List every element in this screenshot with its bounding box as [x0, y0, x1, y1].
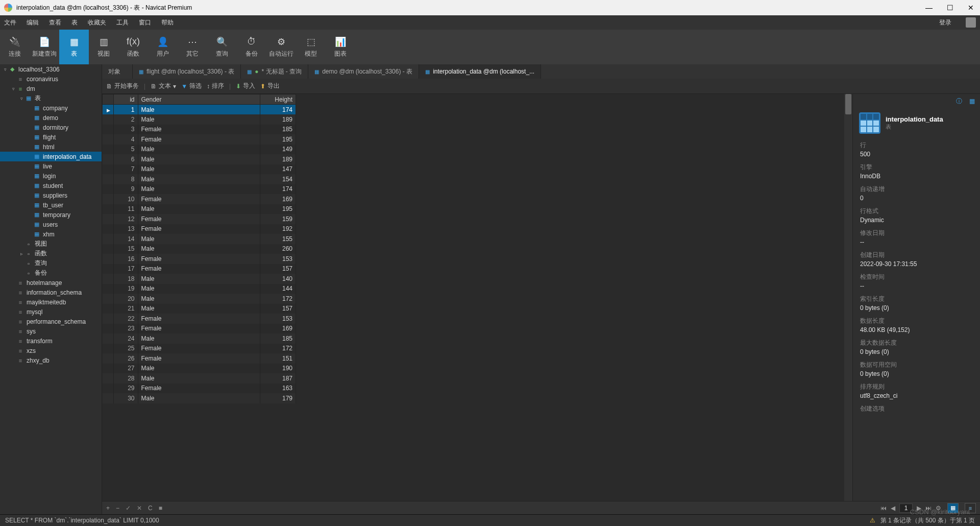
table-row[interactable]: 15Male260: [103, 244, 296, 254]
menu-edit[interactable]: 编辑: [27, 18, 39, 27]
tree-item-mysql[interactable]: ≡mysql: [0, 307, 102, 317]
toolbar-新建查询[interactable]: 📄新建查询: [30, 30, 59, 64]
table-row[interactable]: 14Male155: [103, 234, 296, 244]
table-row[interactable]: 21Male157: [103, 304, 296, 314]
close-button[interactable]: ✕: [968, 4, 974, 12]
table-row[interactable]: 23Female169: [103, 324, 296, 334]
tree-item-查询[interactable]: ▫查询: [0, 258, 102, 268]
text-button[interactable]: 🗎文本 ▾: [151, 82, 176, 90]
table-row[interactable]: 9Male174: [103, 184, 296, 195]
tree-item-student[interactable]: ▦student: [0, 181, 102, 190]
table-row[interactable]: 5Male149: [103, 145, 296, 155]
menu-window[interactable]: 窗口: [139, 18, 151, 27]
table-row[interactable]: 8Male154: [103, 174, 296, 184]
tree-item-flight[interactable]: ▦flight: [0, 132, 102, 142]
tree-item-login[interactable]: ▦login: [0, 171, 102, 181]
maximize-button[interactable]: ☐: [947, 4, 953, 12]
tree-item-dm[interactable]: ▿≡dm: [0, 84, 102, 93]
table-row[interactable]: 13Female192: [103, 224, 296, 234]
grid-icon[interactable]: ▦: [969, 98, 975, 105]
tree-item-tb_user[interactable]: ▦tb_user: [0, 200, 102, 210]
prev-page-button[interactable]: ◀: [891, 505, 895, 512]
table-row[interactable]: 22Female153: [103, 314, 296, 324]
table-row[interactable]: 30Male179: [103, 393, 296, 403]
sort-button[interactable]: ↕排序: [207, 82, 224, 90]
grid-view-button[interactable]: ▦: [947, 503, 959, 513]
tree-item-demo[interactable]: ▦demo: [0, 113, 102, 123]
tree-item-temporary[interactable]: ▦temporary: [0, 210, 102, 220]
form-view-button[interactable]: ≡: [965, 503, 976, 513]
menu-tools[interactable]: 工具: [116, 18, 129, 27]
table-row[interactable]: 26Female151: [103, 353, 296, 364]
table-row[interactable]: 1Male174: [103, 105, 296, 115]
toolbar-表[interactable]: ▦表: [59, 30, 89, 64]
begin-transaction-button[interactable]: 🗎开始事务: [106, 82, 139, 90]
column-header-id[interactable]: id: [113, 94, 138, 105]
data-grid[interactable]: id Gender Height 1Male1742Male1893Female…: [102, 94, 844, 501]
table-row[interactable]: 11Male195: [103, 204, 296, 214]
tab-interpolation_data @[interactable]: ▦interpolation_data @dm (localhost_...: [419, 64, 541, 79]
toolbar-视图[interactable]: ▥视图: [89, 30, 118, 64]
toolbar-查询[interactable]: 🔍查询: [207, 30, 237, 64]
export-button[interactable]: ⬆导出: [260, 82, 280, 90]
tree-item-xzs[interactable]: ≡xzs: [0, 346, 102, 355]
toolbar-连接[interactable]: 🔌连接: [0, 30, 30, 64]
delete-row-button[interactable]: −: [116, 505, 119, 512]
table-row[interactable]: 7Male147: [103, 164, 296, 175]
column-header-gender[interactable]: Gender: [138, 94, 260, 105]
toolbar-用户[interactable]: 👤用户: [148, 30, 178, 64]
settings-icon[interactable]: ⚙: [936, 505, 941, 512]
menu-favorites[interactable]: 收藏夹: [88, 18, 106, 27]
tree-item-interpolation_data[interactable]: ▦interpolation_data: [0, 152, 102, 161]
page-input[interactable]: [899, 504, 913, 513]
table-row[interactable]: 20Male172: [103, 294, 296, 304]
tree-item-information_schema[interactable]: ≡information_schema: [0, 288, 102, 297]
tree-item-html[interactable]: ▦html: [0, 142, 102, 152]
tree-item-company[interactable]: ▦company: [0, 103, 102, 113]
import-button[interactable]: ⬇导入: [236, 82, 255, 90]
tree-item-hotelmanage[interactable]: ≡hotelmanage: [0, 278, 102, 288]
table-row[interactable]: 25Female172: [103, 344, 296, 354]
filter-button[interactable]: ▼筛选: [181, 82, 202, 90]
table-row[interactable]: 27Male190: [103, 364, 296, 374]
table-row[interactable]: 2Male189: [103, 114, 296, 125]
avatar-icon[interactable]: [966, 17, 976, 28]
tree-item-performance_schema[interactable]: ≡performance_schema: [0, 317, 102, 326]
toolbar-图表[interactable]: 📊图表: [326, 30, 355, 64]
table-row[interactable]: 6Male189: [103, 154, 296, 164]
minimize-button[interactable]: —: [925, 4, 933, 12]
cancel-button[interactable]: ✕: [137, 505, 142, 512]
tree-item-live[interactable]: ▦live: [0, 161, 102, 171]
refresh-button[interactable]: C: [148, 505, 153, 512]
table-row[interactable]: 18Male140: [103, 274, 296, 284]
table-row[interactable]: 12Female159: [103, 214, 296, 224]
tree-item-mayiktmeitedb[interactable]: ≡mayiktmeitedb: [0, 297, 102, 307]
toolbar-自动运行[interactable]: ⚙自动运行: [266, 30, 296, 64]
tree-item-函数[interactable]: ▹▫函数: [0, 249, 102, 258]
table-row[interactable]: 17Female157: [103, 264, 296, 274]
table-row[interactable]: 28Male187: [103, 373, 296, 384]
next-page-button[interactable]: ▶: [917, 505, 921, 512]
first-page-button[interactable]: ⏮: [880, 505, 887, 512]
menu-view[interactable]: 查看: [49, 18, 61, 27]
column-header-height[interactable]: Height: [260, 94, 296, 105]
add-row-button[interactable]: +: [106, 505, 110, 512]
tab-对象[interactable]: 对象: [102, 64, 133, 79]
tree-item-suppliers[interactable]: ▦suppliers: [0, 190, 102, 200]
table-row[interactable]: 24Male185: [103, 333, 296, 344]
tree-item-xhm[interactable]: ▦xhm: [0, 229, 102, 239]
commit-button[interactable]: ✓: [126, 505, 131, 512]
tree-item-表[interactable]: ▿▦表: [0, 93, 102, 103]
connection-tree[interactable]: ▿◆localhost_3306≡coronavirus▿≡dm▿▦表▦comp…: [0, 64, 102, 514]
tree-item-dormitory[interactable]: ▦dormitory: [0, 123, 102, 132]
warning-icon[interactable]: ⚠: [870, 517, 875, 524]
toolbar-模型[interactable]: ⬚模型: [296, 30, 326, 64]
menu-file[interactable]: 文件: [4, 18, 16, 27]
table-row[interactable]: 4Female195: [103, 134, 296, 145]
table-row[interactable]: 19Male144: [103, 284, 296, 294]
tree-item-zhxy_db[interactable]: ≡zhxy_db: [0, 355, 102, 365]
menu-help[interactable]: 帮助: [161, 18, 174, 27]
toolbar-其它[interactable]: ⋯其它: [178, 30, 207, 64]
stop-button[interactable]: ■: [159, 505, 162, 512]
tree-item-coronavirus[interactable]: ≡coronavirus: [0, 74, 102, 84]
